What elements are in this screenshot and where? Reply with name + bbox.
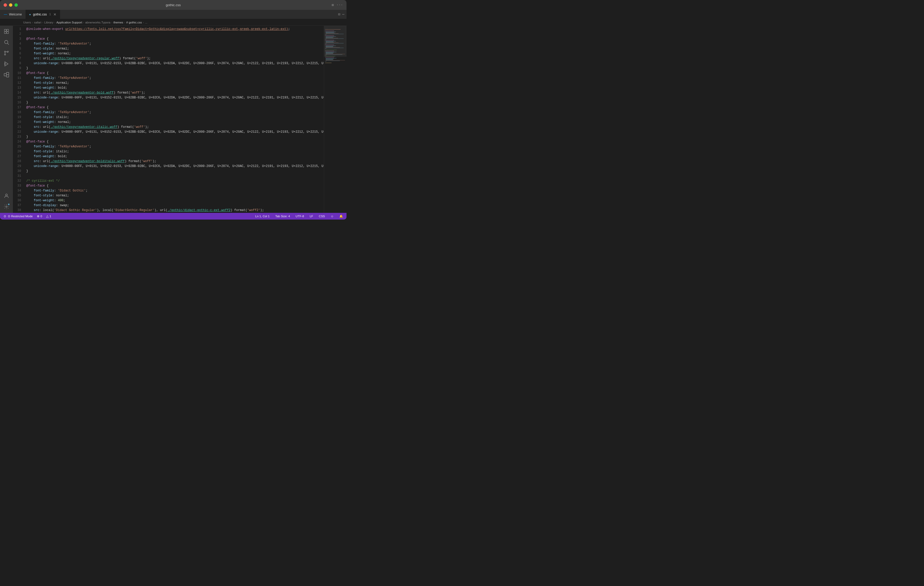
feedback-icon: ☺: [330, 215, 333, 218]
tab-size-label: Tab Size: 4: [276, 215, 290, 218]
svg-rect-39: [326, 46, 336, 46]
tab-bar-right: ⊡ ⋯: [338, 10, 346, 19]
status-errors[interactable]: ⊗ 0: [36, 214, 43, 218]
restricted-mode-icon: ⊙: [3, 214, 6, 218]
svg-rect-40: [326, 46, 333, 47]
svg-point-4: [5, 40, 8, 44]
title-bar: gothic.css ⊞ ···: [0, 0, 346, 10]
code-line-38: 38 src: local('Didact Gothic Regular'), …: [13, 208, 324, 213]
svg-point-15: [6, 206, 7, 207]
breadcrumb-library[interactable]: Library: [45, 21, 53, 24]
code-editor[interactable]: 1 @include-when-export url(https://fonts…: [13, 26, 324, 213]
code-line-26: 26 font-style: italic;: [13, 149, 324, 154]
activity-source-control[interactable]: [3, 49, 10, 57]
activity-settings[interactable]: [3, 203, 10, 210]
code-line-12: 12 font-style: normal;: [13, 81, 324, 86]
activity-search[interactable]: [3, 39, 10, 46]
svg-rect-55: [325, 57, 334, 58]
css-file-icon: ●: [29, 13, 31, 16]
code-line-6: 6 font-weight: normal;: [13, 51, 324, 56]
split-view-icon[interactable]: ⊡: [338, 12, 340, 16]
minimap[interactable]: [324, 26, 346, 213]
breadcrumb-typora[interactable]: abnerworks.Typora: [85, 21, 111, 24]
status-restricted-mode[interactable]: ⊙ ⊙ Restricted Mode: [3, 214, 34, 218]
svg-rect-0: [4, 30, 6, 31]
split-editor-icon[interactable]: ⊞: [332, 3, 333, 7]
line-ending-label: LF: [310, 215, 313, 218]
svg-rect-46: [325, 51, 334, 51]
tab-welcome[interactable]: ⸻ Welcome: [0, 10, 26, 19]
close-button[interactable]: [3, 3, 7, 7]
svg-rect-27: [326, 37, 333, 38]
activity-account[interactable]: [3, 192, 10, 199]
status-feedback[interactable]: ☺: [330, 215, 335, 218]
activity-explorer[interactable]: [3, 28, 10, 35]
code-line-35: 35 font-style: normal;: [13, 193, 324, 198]
tab-gothic-css[interactable]: ● gothic.css 1 ✕: [26, 10, 60, 19]
encoding-label: UTF-8: [296, 215, 304, 218]
svg-rect-53: [325, 55, 327, 55]
svg-rect-49: [326, 53, 333, 53]
status-bar: ⊙ ⊙ Restricted Mode ⊗ 0 △ 1 Ln 1, Col 1 …: [0, 213, 346, 219]
breadcrumb-application-support[interactable]: Application Support: [56, 21, 82, 24]
code-line-3: 3 @font-face {: [13, 36, 324, 41]
code-line-28: 28 src: url(./gothic/texgyreadventor-bol…: [13, 159, 324, 164]
activity-run[interactable]: [3, 60, 10, 67]
code-line-30: 30 }: [13, 169, 324, 174]
status-line-ending[interactable]: LF: [309, 215, 314, 218]
more-tabs-icon[interactable]: ⋯: [342, 12, 345, 16]
tab-close-button[interactable]: ✕: [53, 12, 56, 16]
svg-rect-50: [326, 53, 333, 54]
minimize-button[interactable]: [9, 3, 12, 7]
activity-extensions[interactable]: [3, 71, 10, 78]
code-line-9: 9 }: [13, 66, 324, 71]
warning-icon: △: [46, 214, 48, 218]
notifications-icon: 🔔: [339, 214, 343, 218]
code-line-34: 34 font-family: 'Didact Gothic';: [13, 188, 324, 193]
breadcrumb-safari[interactable]: safari: [34, 21, 41, 24]
code-line-29: 29 unicode-range: U+0000-00FF, U+0131, U…: [13, 164, 324, 169]
code-line-14: 14 src: url(./gothic/texgyreadventor-bol…: [13, 91, 324, 95]
breadcrumb-users[interactable]: Users: [23, 21, 31, 24]
status-encoding[interactable]: UTF-8: [295, 215, 305, 218]
svg-rect-57: [326, 59, 334, 59]
svg-rect-23: [325, 34, 327, 35]
svg-rect-62: [325, 61, 327, 62]
svg-rect-38: [325, 44, 334, 45]
svg-rect-16: [325, 29, 341, 30]
status-notifications[interactable]: 🔔: [338, 214, 344, 218]
status-line-col[interactable]: Ln 1, Col 1: [254, 215, 271, 218]
breadcrumb-more: ...: [145, 21, 147, 24]
title-bar-actions: ⊞ ···: [332, 3, 343, 7]
svg-rect-19: [326, 32, 334, 33]
breadcrumb-themes[interactable]: themes: [114, 21, 123, 24]
code-line-4: 4 font-family: 'TeXGyreAdventor';: [13, 41, 324, 46]
svg-rect-29: [326, 38, 344, 39]
svg-rect-13: [7, 75, 9, 77]
svg-rect-59: [326, 59, 333, 60]
svg-rect-43: [326, 48, 344, 48]
svg-rect-18: [326, 32, 336, 32]
status-language[interactable]: CSS: [318, 215, 326, 218]
language-label: CSS: [319, 215, 325, 218]
maximize-button[interactable]: [15, 3, 18, 7]
breadcrumb-file[interactable]: # gothic.css: [126, 21, 142, 24]
error-icon: ⊗: [37, 214, 40, 218]
svg-rect-56: [326, 58, 337, 59]
tab-welcome-label: Welcome: [9, 13, 22, 16]
warning-count: 1: [50, 215, 51, 218]
app-container: ⸻ Welcome ● gothic.css 1 ✕ ⊡ ⋯ Users › s…: [0, 10, 346, 219]
code-line-33: 33 @font-face {: [13, 183, 324, 188]
traffic-lights: [3, 3, 18, 7]
svg-rect-3: [7, 32, 8, 33]
code-line-25: 25 font-family: 'TeXGyreAdventor';: [13, 144, 324, 149]
tab-bar: ⸻ Welcome ● gothic.css 1 ✕ ⊡ ⋯: [0, 10, 346, 19]
breadcrumb: Users › safari › Library › Application S…: [0, 19, 346, 26]
status-tab-size[interactable]: Tab Size: 4: [274, 215, 291, 218]
activity-bar-bottom: [3, 192, 10, 213]
code-line-13: 13 font-weight: bold;: [13, 86, 324, 91]
svg-rect-20: [326, 33, 335, 33]
more-actions-icon[interactable]: ···: [337, 3, 343, 7]
svg-rect-22: [326, 34, 344, 34]
status-warnings[interactable]: △ 1: [45, 214, 52, 218]
